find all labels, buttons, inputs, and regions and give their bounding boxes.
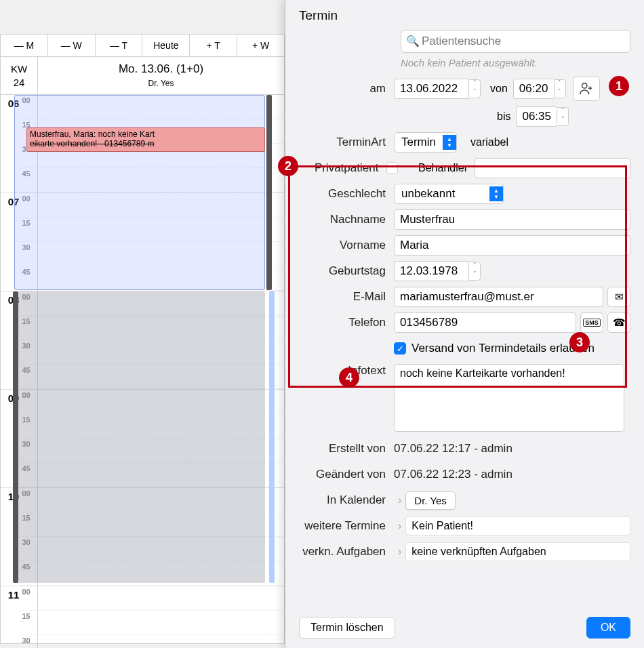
date-input[interactable]	[394, 79, 468, 99]
label-date: am	[299, 82, 394, 96]
ok-button[interactable]: OK	[586, 617, 630, 639]
calendar-grid[interactable]: 0600153045070015304508001530450900153045…	[1, 95, 284, 648]
patient-search-input[interactable]	[401, 30, 630, 53]
time-from-stepper[interactable]: ˄˅	[513, 79, 566, 99]
person-plus-icon	[579, 81, 594, 96]
firstname-input[interactable]	[394, 235, 630, 256]
changed-value: 07.06.22 12:23 - admin	[394, 468, 512, 481]
phone-input[interactable]	[394, 312, 576, 333]
date-stepper[interactable]: ˄˅	[394, 79, 481, 99]
timeblock-available	[14, 95, 265, 290]
search-icon: 🔍	[406, 35, 420, 47]
nav-prev-day[interactable]: — T	[96, 35, 143, 56]
label-firstname: Vorname	[299, 239, 394, 252]
linked-tasks-box[interactable]: keine verknüpften Aufgaben	[405, 542, 630, 561]
label-type: TerminArt	[299, 136, 394, 149]
annotation-badge-4: 4	[339, 367, 359, 388]
timeblock-side-left	[13, 291, 18, 583]
select-arrows-icon: ▲▼	[443, 135, 456, 150]
appointment-dialog: Termin 🔍 Noch kein Patient ausgewählt. a…	[285, 0, 644, 648]
dialog-title: Termin	[285, 0, 644, 30]
created-value: 07.06.22 12:17 - admin	[394, 442, 512, 455]
mail-icon: ✉	[615, 291, 624, 303]
label-created: Erstellt von	[299, 442, 394, 455]
annotation-badge-1: 1	[609, 76, 629, 96]
nav-next-week[interactable]: + W	[237, 35, 284, 56]
label-phone: Telefon	[299, 316, 394, 329]
call-button[interactable]: ☎	[607, 312, 630, 333]
nav-prev-week[interactable]: — W	[48, 35, 96, 56]
nav-today[interactable]: Heute	[142, 35, 190, 56]
calendar-panel: — M — W — T Heute + T + W KW 24 Mo. 13.0…	[0, 34, 285, 644]
label-private: Privatpatient	[299, 161, 386, 175]
label-to: bis	[497, 110, 510, 123]
calendar-chip[interactable]: Dr. Yes	[405, 491, 456, 510]
add-patient-button[interactable]	[573, 77, 600, 101]
label-variable: variabel	[470, 136, 508, 148]
birthday-input[interactable]	[394, 261, 468, 281]
send-details-checkbox[interactable]: ✓	[394, 342, 406, 355]
time-from-input[interactable]	[513, 79, 554, 99]
week-number: KW 24	[1, 57, 38, 94]
birthday-stepper[interactable]: ˄˅	[394, 261, 481, 281]
chevron-right-icon: ›	[398, 494, 401, 506]
private-checkbox[interactable]	[386, 162, 398, 174]
infotext-textarea[interactable]: noch keine Karteikarte vorhanden!	[394, 364, 624, 432]
select-arrows-icon: ▲▼	[489, 186, 503, 201]
annotation-badge-2: 2	[278, 156, 298, 176]
label-send-details: Versand von Termindetails erlauben	[411, 342, 595, 355]
time-to-stepper[interactable]: ˄˅	[516, 106, 569, 127]
label-changed: Geändert von	[299, 468, 394, 481]
appointment-type-select[interactable]: Termin ▲▼	[394, 132, 457, 153]
timeblock-busy	[18, 291, 265, 583]
label-lastname: Nachname	[299, 213, 394, 226]
no-patient-hint: Noch kein Patient ausgewählt.	[401, 57, 630, 68]
label-incalendar: In Kalender	[299, 493, 394, 507]
nav-prev-month[interactable]: — M	[1, 35, 48, 56]
label-gender: Geschlecht	[299, 187, 394, 201]
phone-icon: ☎	[613, 317, 626, 329]
day-header: Mo. 13.06. (1+0) Dr. Yes	[38, 57, 284, 94]
chevron-right-icon: ›	[398, 546, 401, 558]
label-more-appts: weitere Termine	[299, 519, 394, 533]
send-email-button[interactable]: ✉	[607, 287, 630, 307]
label-birthday: Geburtstag	[299, 264, 394, 278]
sms-icon: SMS	[583, 319, 601, 327]
annotation-badge-3: 3	[569, 332, 590, 352]
nav-next-day[interactable]: + T	[190, 35, 237, 56]
label-linked-tasks: verkn. Aufgaben	[299, 545, 394, 559]
label-practitioner: Behandler	[418, 162, 468, 174]
step-down-icon[interactable]: ˅	[469, 89, 480, 98]
gender-select[interactable]: unbekannt ▲▼	[394, 184, 504, 204]
appointment-entry[interactable]: Musterfrau, Maria: noch keine Kart eikar…	[26, 127, 265, 152]
label-email: E-Mail	[299, 290, 394, 304]
chevron-right-icon: ›	[398, 520, 401, 532]
more-appointments-box[interactable]: Kein Patient!	[405, 517, 630, 535]
lastname-input[interactable]	[394, 209, 630, 230]
time-to-input[interactable]	[516, 106, 557, 127]
practitioner-input[interactable]	[475, 158, 630, 178]
calendar-toolbar: — M — W — T Heute + T + W	[1, 35, 284, 57]
label-from: von	[490, 83, 508, 95]
delete-button[interactable]: Termin löschen	[299, 617, 395, 639]
timeblock-side	[266, 95, 272, 290]
email-input[interactable]	[394, 287, 603, 307]
send-sms-button[interactable]: SMS	[580, 312, 603, 333]
svg-point-0	[582, 83, 586, 88]
timeblock-side-right	[269, 291, 275, 583]
